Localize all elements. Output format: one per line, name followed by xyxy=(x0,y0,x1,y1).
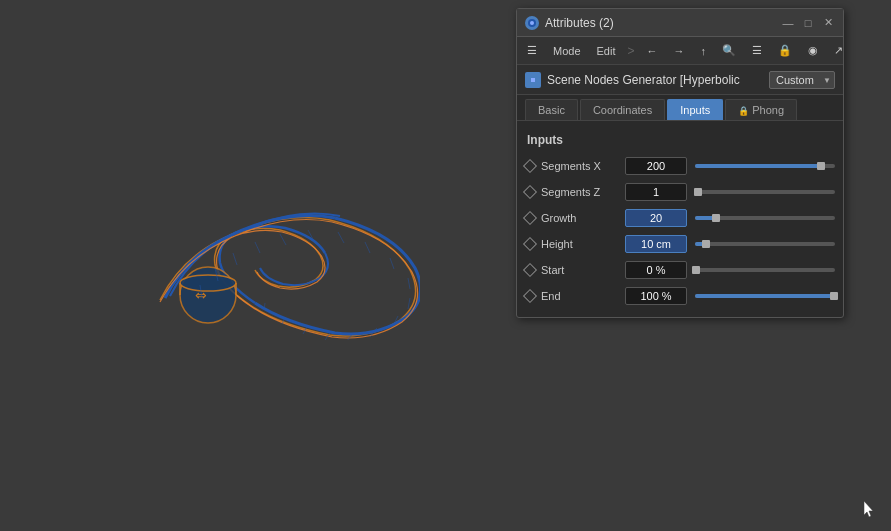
end-diamond[interactable] xyxy=(523,289,537,303)
title-bar: Attributes (2) — □ ✕ xyxy=(517,9,843,37)
nav-forward[interactable]: → xyxy=(670,43,689,59)
svg-line-13 xyxy=(390,258,394,269)
end-row: End xyxy=(517,283,843,309)
height-label: Height xyxy=(541,238,621,250)
tab-coordinates[interactable]: Coordinates xyxy=(580,99,665,120)
segments-x-label: Segments X xyxy=(541,160,621,172)
preset-dropdown[interactable]: Custom Default Preset1 xyxy=(769,71,835,89)
svg-point-24 xyxy=(530,21,534,25)
close-button[interactable]: ✕ xyxy=(821,16,835,30)
export-icon[interactable]: ↗ xyxy=(830,42,847,59)
preset-dropdown-wrap[interactable]: Custom Default Preset1 xyxy=(769,71,835,89)
segments-z-diamond[interactable] xyxy=(523,185,537,199)
tab-basic[interactable]: Basic xyxy=(525,99,578,120)
record-icon[interactable]: ◉ xyxy=(804,42,822,59)
height-slider[interactable] xyxy=(695,242,835,246)
node-header: Scene Nodes Generator [Hyperbolic Custom… xyxy=(517,65,843,95)
node-icon xyxy=(525,72,541,88)
svg-line-9 xyxy=(280,234,286,245)
growth-input[interactable] xyxy=(625,209,687,227)
svg-rect-26 xyxy=(531,78,535,82)
mode-menu[interactable]: Mode xyxy=(549,43,585,59)
start-label: Start xyxy=(541,264,621,276)
minimize-button[interactable]: — xyxy=(781,16,795,30)
tab-bar: Basic Coordinates Inputs 🔒 Phong xyxy=(517,95,843,121)
svg-line-12 xyxy=(365,242,370,253)
start-input[interactable] xyxy=(625,261,687,279)
toolbar-menu-icon[interactable]: ☰ xyxy=(523,42,541,59)
search-icon[interactable]: 🔍 xyxy=(718,42,740,59)
toolbar: ☰ Mode Edit > ← → ↑ 🔍 ☰ 🔒 ◉ ↗ xyxy=(517,37,843,65)
node-title: Scene Nodes Generator [Hyperbolic xyxy=(547,73,763,87)
height-row: Height xyxy=(517,231,843,257)
svg-line-7 xyxy=(233,253,237,265)
svg-line-15 xyxy=(408,298,410,309)
inputs-content: Inputs Segments X Segments Z Growth xyxy=(517,121,843,317)
segments-z-row: Segments Z xyxy=(517,179,843,205)
start-diamond[interactable] xyxy=(523,263,537,277)
svg-line-14 xyxy=(408,278,410,289)
window-title: Attributes (2) xyxy=(545,16,614,30)
tab-phong[interactable]: 🔒 Phong xyxy=(725,99,797,120)
end-slider[interactable] xyxy=(695,294,835,298)
start-slider[interactable] xyxy=(695,268,835,272)
segments-x-slider[interactable] xyxy=(695,164,835,168)
tab-inputs[interactable]: Inputs xyxy=(667,99,723,120)
height-diamond[interactable] xyxy=(523,237,537,251)
edit-menu[interactable]: Edit xyxy=(593,43,620,59)
window-controls: — □ ✕ xyxy=(781,16,835,30)
end-input[interactable] xyxy=(625,287,687,305)
growth-label: Growth xyxy=(541,212,621,224)
toolbar-separator: > xyxy=(628,44,635,58)
svg-point-1 xyxy=(180,275,236,291)
app-icon xyxy=(525,16,539,30)
list-icon[interactable]: ☰ xyxy=(748,42,766,59)
growth-diamond[interactable] xyxy=(523,211,537,225)
segments-x-row: Segments X xyxy=(517,153,843,179)
section-title: Inputs xyxy=(517,129,843,153)
height-input[interactable] xyxy=(625,235,687,253)
svg-line-8 xyxy=(255,242,260,253)
maximize-button[interactable]: □ xyxy=(801,16,815,30)
svg-line-11 xyxy=(338,232,344,243)
growth-row: Growth xyxy=(517,205,843,231)
segments-x-diamond[interactable] xyxy=(523,159,537,173)
nav-up[interactable]: ↑ xyxy=(697,43,711,59)
segments-z-input[interactable] xyxy=(625,183,687,201)
lock-icon[interactable]: 🔒 xyxy=(774,42,796,59)
attributes-panel: Attributes (2) — □ ✕ ☰ Mode Edit > ← → ↑… xyxy=(516,8,844,318)
growth-slider[interactable] xyxy=(695,216,835,220)
end-label: End xyxy=(541,290,621,302)
nav-back[interactable]: ← xyxy=(643,43,662,59)
cursor-icon xyxy=(864,501,876,513)
start-row: Start xyxy=(517,257,843,283)
lock-small-icon: 🔒 xyxy=(738,106,749,116)
segments-z-label: Segments Z xyxy=(541,186,621,198)
segments-x-input[interactable] xyxy=(625,157,687,175)
3d-shape: ⇔ xyxy=(100,120,420,340)
segments-z-slider[interactable] xyxy=(695,190,835,194)
